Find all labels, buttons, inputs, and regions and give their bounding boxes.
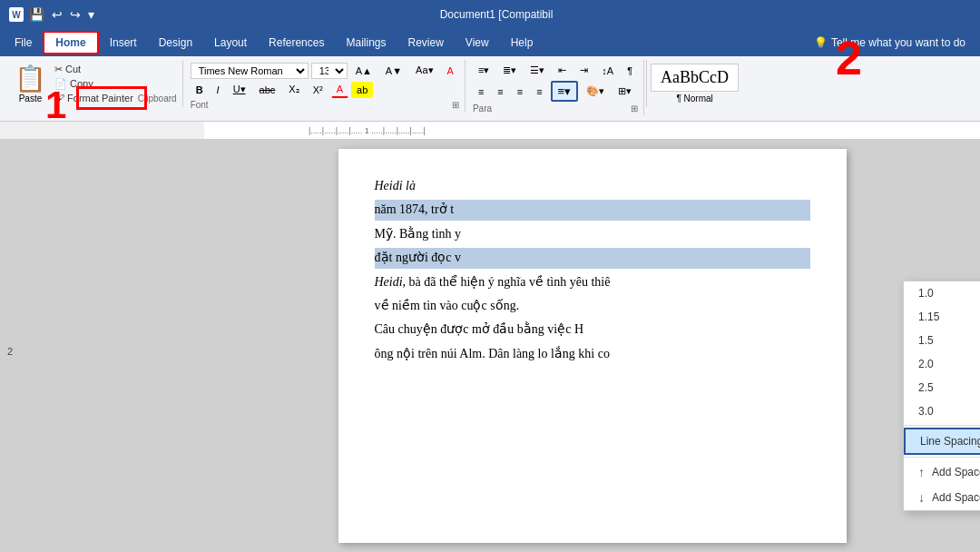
word-icon: W bbox=[9, 7, 24, 22]
multilevel-button[interactable]: ☰▾ bbox=[524, 62, 550, 79]
justify-button[interactable]: ≡ bbox=[531, 84, 547, 100]
superscript-button[interactable]: X² bbox=[308, 82, 328, 98]
menu-design[interactable]: Design bbox=[148, 33, 203, 53]
ribbon: 📋 Paste ✂ Cut 📄 Copy 🖌 Format Painter Cl… bbox=[0, 56, 980, 122]
menu-references[interactable]: References bbox=[258, 33, 335, 53]
spacing-1-15[interactable]: 1.15 bbox=[904, 305, 980, 329]
font-row2: B I U▾ abc X₂ X² A ab bbox=[191, 81, 459, 98]
title-bar: W 💾 ↩ ↪ ▾ Document1 [Compatibil bbox=[0, 0, 980, 29]
menu-view[interactable]: View bbox=[455, 33, 500, 53]
bold-button[interactable]: B bbox=[191, 82, 209, 98]
italic-button[interactable]: I bbox=[211, 82, 225, 98]
doc-line-3: Mỹ. Bằng tình y bbox=[375, 224, 810, 244]
spacing-1-0[interactable]: 1.0 bbox=[904, 281, 980, 305]
font-size-select[interactable]: 13 bbox=[311, 63, 348, 79]
highlight-button[interactable]: ab bbox=[351, 82, 373, 98]
line-spacing-button[interactable]: ≡▾ bbox=[551, 81, 579, 102]
undo-button[interactable]: ↩ bbox=[52, 7, 63, 22]
redo-button[interactable]: ↪ bbox=[70, 7, 81, 22]
styles-group: AaBbCcD ¶ Normal bbox=[646, 60, 742, 107]
page-number: 2 bbox=[7, 346, 13, 357]
font-color-button[interactable]: A bbox=[331, 81, 348, 98]
paragraph-label: Para bbox=[473, 104, 492, 113]
document-area: Heidi là năm 1874, trở t​ Mỹ. Bằng tình … bbox=[204, 140, 980, 552]
font-grow-button[interactable]: A▲ bbox=[350, 63, 377, 79]
spacing-1-5[interactable]: 1.5 bbox=[904, 329, 980, 352]
align-left-button[interactable]: ≡ bbox=[473, 84, 489, 100]
main-area: 2 Heidi là năm 1874, trở t​ Mỹ. Bằng tìn… bbox=[0, 140, 980, 552]
font-expand-icon[interactable]: ⊞ bbox=[452, 100, 459, 110]
numbering-button[interactable]: ≣▾ bbox=[497, 62, 522, 79]
menu-mailings[interactable]: Mailings bbox=[335, 33, 397, 53]
menu-bar: File Home Insert Design Layout Reference… bbox=[0, 29, 980, 56]
add-space-after-label: Add Space After Paragraph bbox=[932, 491, 980, 504]
menu-help[interactable]: Help bbox=[500, 33, 544, 53]
spacing-3-0[interactable]: 3.0 bbox=[904, 399, 980, 423]
borders-button[interactable]: ⊞▾ bbox=[612, 83, 637, 100]
para-row2: ≡ ≡ ≡ ≡ ≡▾ 🎨▾ ⊞▾ bbox=[473, 81, 638, 102]
spacing-2-5[interactable]: 2.5 bbox=[904, 376, 980, 399]
clear-formatting-button[interactable]: A bbox=[442, 63, 459, 79]
doc-line-5: Heidi, bà đã thể hiện ý nghĩa về tình yê… bbox=[375, 272, 810, 292]
font-name-select[interactable]: Times New Roman bbox=[191, 63, 309, 79]
clipboard-group: 📋 Paste ✂ Cut 📄 Copy 🖌 Format Painter Cl… bbox=[5, 60, 183, 107]
paste-button[interactable]: 📋 Paste bbox=[11, 62, 50, 105]
doc-line-8: ông nội trên núi Alm. Dân làng lo lắng k… bbox=[375, 344, 810, 364]
menu-insert[interactable]: Insert bbox=[99, 33, 148, 53]
add-space-after-item[interactable]: ↓ Add Space After Paragraph bbox=[904, 485, 980, 510]
space-after-icon: ↓ bbox=[918, 490, 925, 505]
doc-line-7: Câu chuyện được mở đầu bằng việc H bbox=[375, 320, 810, 340]
tell-me-field[interactable]: 💡 Tell me what you want to do bbox=[803, 33, 976, 53]
document-title: Document1 [Compatibil bbox=[440, 8, 554, 21]
align-center-button[interactable]: ≡ bbox=[492, 84, 508, 100]
subscript-button[interactable]: X₂ bbox=[283, 81, 304, 98]
space-before-icon: ↑ bbox=[918, 465, 925, 479]
spacing-2-0[interactable]: 2.0 bbox=[904, 352, 980, 376]
ruler-inner: |.....|.....|.....|..... 1 .....|.....|.… bbox=[204, 122, 980, 139]
left-margin: 2 bbox=[0, 140, 204, 552]
normal-style-label: ¶ Normal bbox=[676, 94, 712, 104]
lightbulb-icon: 💡 bbox=[814, 36, 828, 49]
font-label: Font bbox=[191, 100, 209, 110]
underline-button[interactable]: U▾ bbox=[228, 81, 251, 98]
change-case-button[interactable]: Aa▾ bbox=[410, 62, 438, 79]
add-space-before-label: Add Space Before Paragraph bbox=[932, 466, 980, 478]
ruler: |.....|.....|.....|..... 1 .....|.....|.… bbox=[0, 122, 980, 140]
font-shrink-button[interactable]: A▼ bbox=[380, 63, 407, 79]
title-bar-left: W 💾 ↩ ↪ ▾ bbox=[9, 7, 94, 22]
paragraph-group: ≡▾ ≣▾ ☰▾ ⇤ ⇥ ↕A ¶ ≡ ≡ ≡ ≡ ≡▾ 🎨▾ ⊞▾ Para … bbox=[467, 60, 644, 115]
font-row1: Times New Roman 13 A▲ A▼ Aa▾ A bbox=[191, 62, 459, 79]
cut-button[interactable]: ✂ Cut bbox=[52, 63, 136, 76]
add-space-before-item[interactable]: ↑ Add Space Before Paragraph bbox=[904, 459, 980, 485]
line-spacing-dropdown: 1.0 1.15 1.5 2.0 2.5 3.0 Line Spacing Op… bbox=[903, 281, 980, 511]
line-spacing-options-item[interactable]: Line Spacing Options... bbox=[904, 428, 980, 455]
annotation-2: 2 bbox=[836, 31, 862, 85]
doc-line-4: đặt người đọc v bbox=[375, 248, 810, 268]
menu-home[interactable]: Home bbox=[43, 31, 98, 54]
document-page: Heidi là năm 1874, trở t​ Mỹ. Bằng tình … bbox=[338, 149, 847, 543]
show-formatting-button[interactable]: ¶ bbox=[622, 63, 638, 79]
bullets-button[interactable]: ≡▾ bbox=[473, 62, 495, 79]
strikethrough-button[interactable]: abc bbox=[254, 82, 281, 98]
decrease-indent-button[interactable]: ⇤ bbox=[553, 62, 572, 79]
quick-access-toolbar: 💾 ↩ ↪ ▾ bbox=[29, 7, 94, 22]
paragraph-expand-icon[interactable]: ⊞ bbox=[631, 104, 638, 113]
dropdown-divider2 bbox=[904, 457, 980, 458]
sort-button[interactable]: ↕A bbox=[596, 63, 619, 79]
paste-label: Paste bbox=[19, 94, 43, 104]
menu-layout[interactable]: Layout bbox=[203, 33, 258, 53]
customize-button[interactable]: ▾ bbox=[88, 7, 94, 22]
menu-review[interactable]: Review bbox=[397, 33, 454, 53]
doc-line-1: Heidi là bbox=[375, 176, 810, 196]
dropdown-divider bbox=[904, 425, 980, 426]
font-group: Times New Roman 13 A▲ A▼ Aa▾ A B I U▾ ab… bbox=[185, 60, 466, 112]
save-button[interactable]: 💾 bbox=[29, 7, 44, 22]
menu-file[interactable]: File bbox=[4, 33, 43, 53]
doc-line-6: về niềm tin vào cuộc sống. bbox=[375, 296, 810, 316]
para-row1: ≡▾ ≣▾ ☰▾ ⇤ ⇥ ↕A ¶ bbox=[473, 62, 638, 79]
styles-preview: AaBbCcD bbox=[651, 64, 739, 92]
increase-indent-button[interactable]: ⇥ bbox=[574, 62, 593, 79]
align-right-button[interactable]: ≡ bbox=[512, 84, 528, 100]
shading-button[interactable]: 🎨▾ bbox=[581, 83, 610, 100]
doc-line-2: năm 1874, trở t​ bbox=[375, 200, 810, 220]
